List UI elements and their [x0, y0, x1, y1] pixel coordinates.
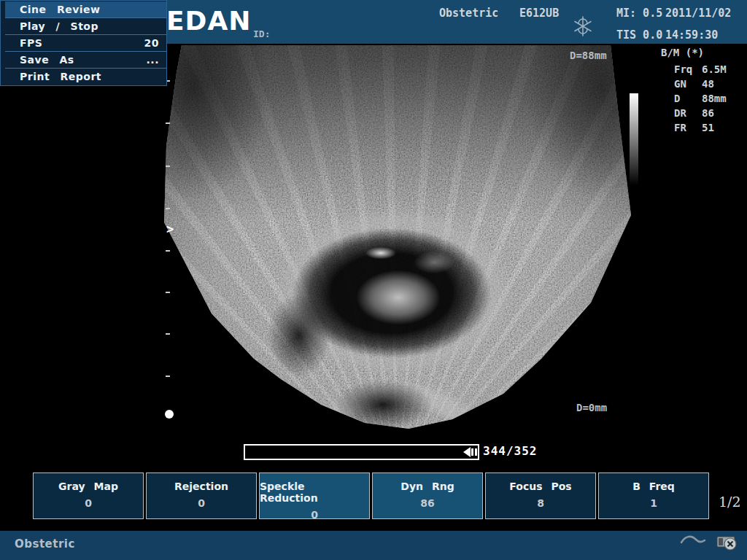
menu-item-play-stop[interactable]: Play / Stop — [5, 18, 166, 35]
param-row: DR 86 — [661, 106, 745, 120]
frame-back-icon-bar — [475, 448, 477, 456]
softkey-rejection[interactable]: Rejection 0 — [146, 472, 257, 519]
depth-tick — [166, 250, 170, 252]
frame-back-icon-bar — [471, 448, 473, 456]
menu-item-print-report[interactable]: Print Report — [5, 69, 166, 85]
tis-readout: TIS 0.0 — [616, 28, 662, 42]
focus-position-marker[interactable]: > — [166, 222, 174, 236]
softkey-dyn-rng[interactable]: Dyn Rng 86 — [372, 472, 483, 519]
param-row: D 88mm — [661, 91, 745, 106]
softkey-value: 0 — [198, 497, 205, 509]
softkey-label: Speckle Reduction — [260, 481, 369, 504]
menu-item-fps[interactable]: FPS 20 — [5, 35, 166, 52]
softkey-b-freq[interactable]: B Freq 1 — [598, 472, 709, 519]
param-row: GN 48 — [661, 77, 745, 91]
patient-id-label: ID: — [253, 28, 270, 39]
depth-zero-label: D=0mm — [576, 402, 607, 413]
menu-item-cine-review[interactable]: Cine Review — [5, 1, 166, 18]
param-label: Frq — [674, 63, 702, 75]
softkey-value: 1 — [650, 497, 657, 509]
softkey-value: 0 — [85, 497, 92, 509]
menu-item-label: Save As — [20, 54, 74, 66]
mi-readout: MI: 0.5 — [616, 7, 662, 20]
cine-progress-bar[interactable] — [244, 444, 479, 460]
time-readout: 14:59:30 — [665, 28, 718, 42]
depth-tick — [166, 122, 170, 124]
menu-item-label: Print Report — [20, 71, 101, 82]
softkey-label: Rejection — [174, 481, 228, 492]
softkey-value: 86 — [420, 497, 434, 509]
menu-item-label: FPS — [20, 37, 42, 49]
param-label: D — [674, 93, 702, 104]
menu-item-value: ... — [147, 54, 159, 66]
grayscale-bar — [630, 93, 638, 185]
anatomy-shading — [164, 44, 632, 432]
depth-tick — [166, 166, 170, 167]
depth-tick — [166, 333, 170, 335]
param-value: 51 — [702, 122, 714, 133]
freeze-snowflake-icon — [572, 15, 594, 41]
exam-type-label: Obstetric — [439, 7, 498, 20]
depth-max-label: D=88mm — [570, 50, 607, 61]
menu-item-label: Play / Stop — [20, 20, 98, 32]
probe-orientation-marker — [165, 410, 174, 419]
softkey-focus-pos[interactable]: Focus Pos 8 — [485, 472, 596, 519]
mode-title: B/M (*) — [661, 47, 745, 58]
frame-counter: 344/352 — [483, 444, 537, 458]
storage-device-icon[interactable] — [716, 534, 738, 556]
param-label: DR — [674, 107, 702, 119]
softkey-row: Gray Map 0 Rejection 0 Speckle Reduction… — [33, 472, 711, 519]
cine-review-menu: Cine Review Play / Stop FPS 20 Save As .… — [0, 0, 167, 86]
date-readout: 2011/11/02 — [665, 7, 731, 20]
param-value: 86 — [702, 107, 714, 119]
param-label: FR — [674, 122, 702, 133]
ultrasound-image — [164, 44, 632, 432]
status-exam-type: Obstetric — [15, 537, 75, 551]
softkey-speckle-reduction[interactable]: Speckle Reduction 0 — [259, 472, 370, 519]
param-row: FR 51 — [661, 120, 745, 135]
menu-item-label: Cine Review — [20, 4, 101, 15]
status-bar — [0, 531, 747, 560]
image-parameters-panel: B/M (*) Frq 6.5M GN 48 D 88mm DR 86 FR 5… — [661, 47, 745, 135]
edan-logo: EDAN — [166, 6, 251, 36]
softkey-value: 0 — [311, 509, 318, 521]
param-label: GN — [674, 78, 702, 90]
softkey-label: B Freq — [632, 481, 675, 492]
wave-icon — [678, 532, 708, 551]
depth-tick — [166, 292, 170, 293]
menu-item-value: 20 — [144, 37, 159, 49]
param-value: 88mm — [702, 93, 727, 104]
softkey-label: Gray Map — [58, 481, 118, 492]
probe-model-label: E612UB — [519, 7, 559, 20]
softkey-page-indicator: 1/2 — [719, 494, 741, 510]
softkey-gray-map[interactable]: Gray Map 0 — [33, 472, 144, 519]
frame-back-icon — [463, 447, 471, 457]
param-row: Frq 6.5M — [661, 62, 745, 77]
depth-tick — [166, 376, 170, 377]
softkey-value: 8 — [537, 497, 544, 509]
softkey-label: Focus Pos — [509, 481, 571, 492]
menu-item-save-as[interactable]: Save As ... — [5, 52, 166, 69]
param-value: 6.5M — [702, 63, 727, 75]
depth-tick — [166, 208, 170, 209]
param-value: 48 — [702, 78, 714, 90]
softkey-label: Dyn Rng — [400, 481, 454, 492]
